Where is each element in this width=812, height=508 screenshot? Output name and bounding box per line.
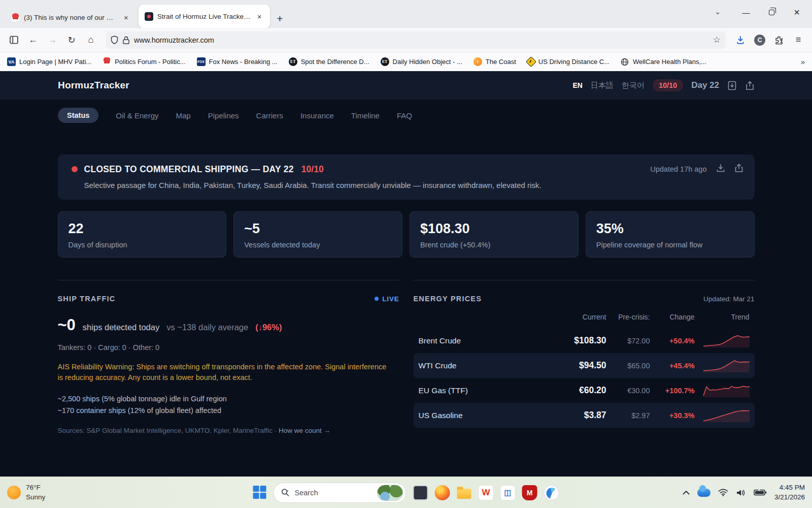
bookmark-item[interactable]: ♪ The Coast [473,57,516,66]
site-nav: Status Oil & Energy Map Pipelines Carrie… [0,100,812,131]
vessel-breakdown: Tankers: 0 · Cargo: 0 · Other: 0 [58,343,399,352]
weather-widget[interactable]: 76°F Sunny [7,483,45,501]
ships-detected-label: ships detected today [83,323,159,332]
bookmark-item[interactable]: Politics Forum - Politic... [103,57,185,66]
current-price: €60.20 [553,385,606,396]
minimize-button[interactable]: — [735,3,757,23]
col-trend: Trend [695,313,750,321]
live-indicator: LIVE [375,295,399,303]
alert-subtitle: Selective passage for China, India, Paki… [84,181,743,189]
pre-crisis-price: €30.00 [606,387,650,395]
browser-globe-icon[interactable] [544,485,559,500]
bookmark-item[interactable]: FOX Fox News - Breaking ... [197,57,278,66]
site-header: HormuzTracker EN 日本語 한국어 10/10 Day 22 [0,71,812,100]
account-avatar: C [754,35,765,46]
severity-badge: 10/10 [653,79,683,91]
alert-download-icon[interactable] [716,164,725,175]
idle-ships-fact: ~2,500 ships (5% global tonnage) idle in… [58,393,399,405]
lang-en-button[interactable]: EN [572,81,582,89]
url-text[interactable]: www.hormuztracker.com [134,36,708,44]
volume-icon[interactable] [736,489,746,497]
tab-strip: (3) This is why none of our EU " × Strai… [4,0,715,28]
energy-updated-timestamp: Updated: Mar 21 [703,295,755,303]
alert-status-dot [72,166,78,172]
bookmarks-overflow-chevron-icon[interactable]: » [801,57,805,66]
bookmark-item[interactable]: ET Spot the Difference D... [289,57,369,66]
bookmarks-bar: VA Login Page | MHV Pati... Politics For… [0,52,812,71]
tab-close-icon[interactable]: × [255,11,264,22]
trend-sparkline [695,334,750,348]
reload-button[interactable]: ↻ [63,32,80,48]
globe-icon [621,57,629,66]
tab-oil-energy[interactable]: Oil & Energy [116,111,158,120]
back-button[interactable]: ← [24,32,42,48]
tab-carriers[interactable]: Carriers [256,111,283,120]
shield-icon[interactable] [111,36,118,44]
weather-temp: 76°F [26,483,45,492]
table-row-eu-gas: EU Gas (TTF) €60.20 €30.00 +100.7% [414,378,755,403]
extensions-puzzle-icon[interactable] [770,32,788,48]
taskbar-clock[interactable]: 4:45 PM 3/21/2026 [774,483,805,502]
col-current: Current [553,313,606,321]
lock-icon[interactable] [123,36,129,44]
start-button[interactable] [253,486,267,499]
stat-card-disruption-days: 22 Days of disruption [58,211,227,258]
tab-pipelines[interactable]: Pipelines [208,111,239,120]
lang-ko-button[interactable]: 한국어 [622,81,645,90]
tab-close-icon[interactable]: × [122,12,130,23]
webpage: HormuzTracker EN 日本語 한국어 10/10 Day 22 [0,71,812,477]
container-ships-fact: ~170 container ships (12% of global flee… [58,405,399,417]
table-row-wti-crude: WTI Crude $94.50 $65.00 +45.4% [414,353,755,378]
onedrive-icon[interactable] [697,489,710,497]
bookmark-item[interactable]: ET Daily Hidden Object - ... [381,57,462,66]
downloads-button[interactable] [732,32,749,48]
browser-titlebar: (3) This is why none of our EU " × Strai… [0,0,812,28]
wps-writer-icon[interactable]: W [479,485,494,500]
app-cube-icon[interactable]: ◫ [500,485,516,500]
clock-time: 4:45 PM [774,483,805,493]
list-tabs-chevron-icon[interactable]: ⌄ [715,8,732,21]
download-report-icon[interactable] [727,81,737,90]
bookmark-item[interactable]: WellCare Health Plans,... [621,57,706,66]
menu-hamburger-icon[interactable]: ≡ [790,32,807,48]
energy-prices-heading: ENERGY PRICES [414,295,482,303]
tab-hormuz-tracker[interactable]: Strait of Hormuz Live Tracker — × [139,5,270,28]
site-logo[interactable]: HormuzTracker [58,80,129,91]
address-bar[interactable]: www.hormuztracker.com ☆ [106,31,726,49]
tab-status[interactable]: Status [58,108,98,123]
file-explorer-icon[interactable] [457,485,472,500]
tab-politics-forum[interactable]: (3) This is why none of our EU " × [5,7,137,28]
alert-share-icon[interactable] [734,164,743,175]
bookmark-label: The Coast [486,58,516,66]
tab-timeline[interactable]: Timeline [351,111,380,120]
task-view-button[interactable] [413,485,428,500]
wifi-icon[interactable] [718,489,728,496]
bookmark-item[interactable]: VA Login Page | MHV Pati... [7,57,91,66]
firefox-icon[interactable] [435,485,450,500]
sidebar-toggle-icon[interactable] [5,32,22,48]
search-highlight-image[interactable] [377,485,403,501]
mcafee-icon[interactable]: M [522,485,537,500]
new-tab-button[interactable]: + [271,12,289,28]
battery-icon[interactable] [754,489,767,496]
tab-insurance[interactable]: Insurance [300,111,334,120]
restore-button[interactable] [760,3,783,23]
stat-value: $108.30 [420,221,568,237]
lang-ja-button[interactable]: 日本語 [591,81,614,90]
taskbar-search[interactable]: Search [274,483,407,503]
energy-price-table: Current Pre-crisis: Change Trend Brent C… [414,313,755,428]
close-window-button[interactable]: × [786,3,808,23]
tray-chevron-up-icon[interactable] [683,490,690,495]
col-change: Change [650,313,695,321]
search-icon [281,488,290,497]
account-button[interactable]: C [751,32,768,48]
how-we-count-link[interactable]: How we count → [279,427,330,434]
bookmark-item[interactable]: US Driving Distance C... [527,58,610,66]
share-icon[interactable] [745,81,755,90]
va-icon: VA [7,57,16,66]
home-button[interactable]: ⌂ [82,32,99,48]
tab-map[interactable]: Map [176,111,191,120]
forward-button[interactable]: → [44,32,61,48]
tab-faq[interactable]: FAQ [397,111,412,120]
bookmark-star-icon[interactable]: ☆ [713,35,721,45]
